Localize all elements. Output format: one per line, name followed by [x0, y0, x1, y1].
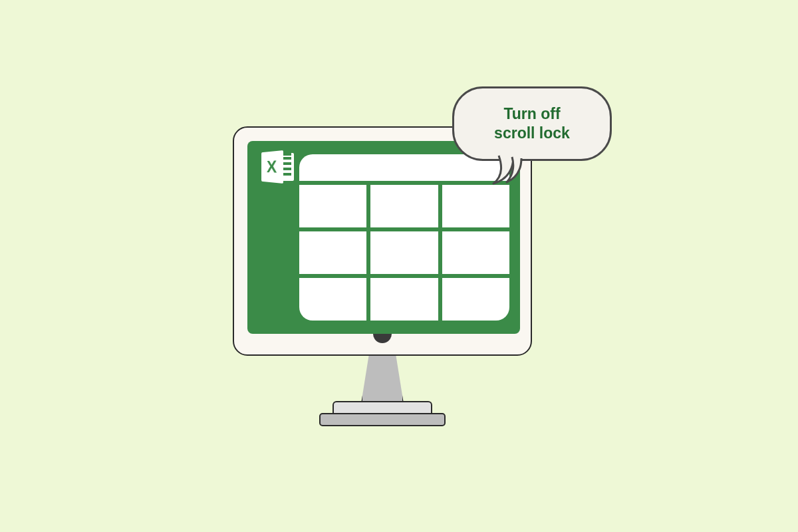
sheet-cell — [299, 231, 370, 274]
sheet-row — [299, 231, 509, 278]
sheet-row — [299, 185, 509, 231]
sheet-cell — [299, 278, 370, 321]
illustration-stage: X — [200, 93, 598, 439]
sheet-cell — [370, 278, 442, 321]
sheet-cell — [299, 185, 370, 227]
excel-letter: X — [267, 157, 277, 178]
speech-bubble-tail-icon — [492, 154, 532, 186]
sheet-cell — [442, 231, 509, 274]
monitor-base-lower — [319, 413, 446, 426]
speech-bubble-text: Turn off scroll lock — [494, 104, 570, 143]
sheet-cell — [442, 278, 509, 321]
sheet-cell — [370, 185, 442, 227]
sheet-row — [299, 278, 509, 321]
excel-flap-icon: X — [261, 150, 283, 184]
speech-bubble: Turn off scroll lock — [452, 86, 618, 186]
excel-icon: X — [257, 150, 294, 184]
webcam-notch-icon — [373, 334, 392, 343]
monitor-neck — [361, 356, 404, 404]
sheet-cell — [442, 185, 509, 227]
speech-bubble-body: Turn off scroll lock — [452, 86, 612, 161]
monitor-base-upper — [332, 401, 432, 414]
sheet-cell — [370, 231, 442, 274]
